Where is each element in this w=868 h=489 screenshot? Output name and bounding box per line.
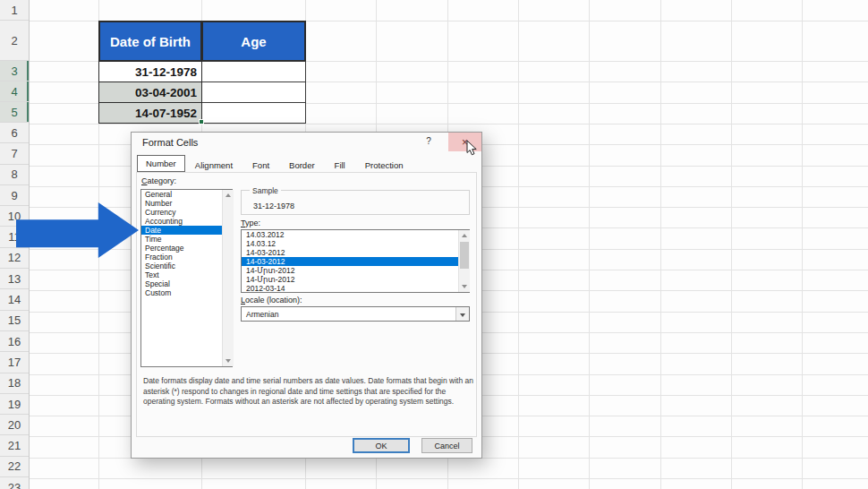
type-scrollbar[interactable] (458, 230, 470, 292)
date-cell-active[interactable]: 31-12-1978 (98, 61, 202, 82)
type-item[interactable]: 14-Մրտ-2012 (242, 275, 469, 284)
date-format-description: Date formats display date and time seria… (143, 376, 474, 408)
tab-number[interactable]: Number (137, 155, 185, 172)
sample-value: 31-12-1978 (253, 202, 294, 210)
type-item[interactable]: 2012-03-14 (242, 284, 469, 293)
category-scrollbar[interactable] (222, 190, 234, 366)
row-number[interactable]: 8 (0, 165, 29, 185)
date-cell-selected[interactable]: 03-04-2001 (98, 82, 202, 103)
tab-border[interactable]: Border (279, 158, 325, 172)
category-label: Category: (141, 176, 176, 185)
locale-dropdown[interactable]: Armenian (241, 306, 470, 322)
category-item[interactable]: Special (141, 279, 232, 288)
category-item[interactable]: Custom (141, 288, 232, 297)
type-label: Type: (241, 219, 260, 227)
category-item[interactable]: Percentage (141, 244, 232, 253)
type-item[interactable]: 14-Մրտ-2012 (242, 266, 469, 275)
row-number[interactable]: 13 (0, 269, 29, 289)
tab-strip: Number Alignment Font Border Fill Protec… (137, 157, 413, 172)
dropdown-button[interactable] (455, 307, 469, 321)
row-number[interactable]: 16 (0, 331, 29, 352)
category-listbox: GeneralNumberCurrencyAccountingDateTimeP… (140, 189, 233, 367)
ok-button[interactable]: OK (353, 438, 410, 453)
row-number[interactable]: 9 (0, 185, 29, 206)
row-number[interactable]: 15 (0, 311, 29, 331)
header-cell-date-of-birth[interactable]: Date of Birth (98, 21, 202, 62)
scroll-up-icon[interactable] (226, 193, 231, 197)
excel-worksheet: 1234567891011121314151617181920212223 Da… (0, 0, 868, 489)
tab-fill[interactable]: Fill (325, 158, 355, 172)
category-item[interactable]: Currency (141, 208, 232, 217)
type-item[interactable]: 14.03.2012 (242, 230, 469, 239)
chevron-down-icon (460, 313, 465, 317)
scroll-down-icon[interactable] (226, 359, 231, 363)
row-number[interactable]: 17 (0, 352, 29, 373)
date-cell-selected[interactable]: 14-07-1952 (98, 102, 202, 124)
row-number[interactable]: 2 (0, 21, 29, 61)
row-number[interactable]: 7 (0, 143, 29, 164)
tab-font[interactable]: Font (243, 158, 279, 172)
category-item[interactable]: General (141, 190, 232, 199)
category-item[interactable]: Accounting (141, 217, 232, 226)
sample-label: Sample (250, 186, 281, 195)
category-item[interactable]: Scientific (141, 262, 232, 270)
row-number[interactable]: 12 (0, 248, 29, 269)
row-number[interactable]: 18 (0, 373, 29, 394)
row-number[interactable]: 22 (0, 457, 29, 477)
age-cell[interactable] (201, 102, 306, 124)
locale-selected-value: Armenian (246, 310, 278, 319)
header-cell-age[interactable]: Age (201, 21, 306, 62)
row-number[interactable]: 1 (0, 0, 29, 21)
category-item[interactable]: Number (141, 199, 232, 208)
number-tab-panel: Category: GeneralNumberCurrencyAccountin… (136, 172, 477, 437)
row-number[interactable]: 5 (0, 102, 29, 123)
mouse-cursor-icon (466, 140, 478, 157)
row-number[interactable]: 20 (0, 415, 29, 435)
type-item[interactable]: 14-03-2012 (242, 248, 469, 257)
row-number[interactable]: 4 (0, 82, 29, 102)
category-item[interactable]: Fraction (141, 253, 232, 262)
locale-label: Locale (location): (241, 296, 302, 305)
type-listbox: 14.03.201214.03.1214-03-201214-03-201214… (241, 229, 470, 293)
scroll-up-icon[interactable] (462, 234, 467, 237)
cancel-button[interactable]: Cancel (421, 438, 472, 453)
age-cell[interactable] (201, 61, 306, 82)
type-item[interactable]: 14-03-2012 (242, 257, 469, 266)
help-icon[interactable]: ? (422, 136, 435, 146)
scrollbar-thumb[interactable] (460, 242, 469, 269)
row-number[interactable]: 23 (0, 477, 29, 489)
category-item[interactable]: Date (141, 226, 232, 235)
selection-fill-handle[interactable] (199, 119, 204, 124)
row-number[interactable]: 19 (0, 394, 29, 415)
format-cells-dialog: Format Cells ? × Number Alignment Font B… (131, 132, 482, 459)
tab-protection[interactable]: Protection (355, 158, 413, 172)
row-number[interactable]: 6 (0, 123, 29, 143)
category-item[interactable]: Text (141, 270, 232, 279)
type-item[interactable]: 14.03.12 (242, 239, 469, 248)
age-cell[interactable] (201, 82, 306, 103)
dialog-titlebar[interactable]: Format Cells ? × (132, 133, 481, 151)
row-number[interactable]: 21 (0, 435, 29, 456)
tab-alignment[interactable]: Alignment (185, 158, 243, 172)
dialog-title: Format Cells (142, 137, 198, 148)
scroll-down-icon[interactable] (462, 285, 467, 288)
row-number[interactable]: 3 (0, 61, 29, 82)
row-number[interactable]: 14 (0, 289, 29, 310)
category-item[interactable]: Time (141, 235, 232, 244)
sample-groupbox: Sample 31-12-1978 (241, 190, 470, 215)
